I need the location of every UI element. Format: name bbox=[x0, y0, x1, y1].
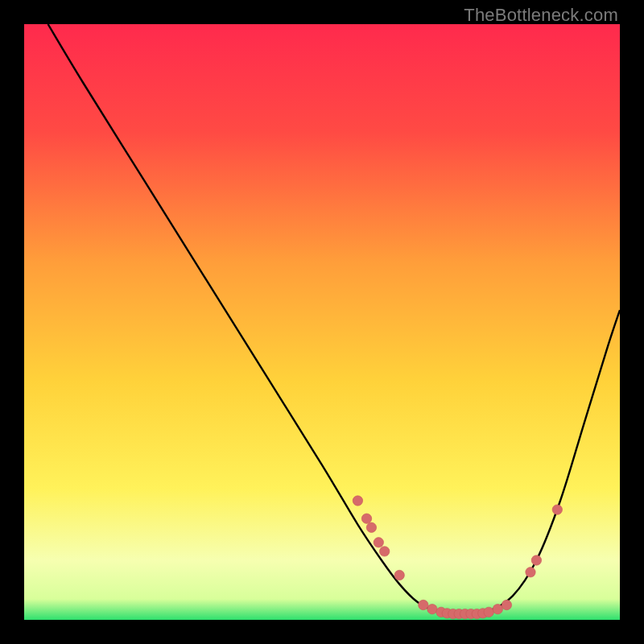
curve-marker bbox=[427, 604, 437, 613]
curve-marker bbox=[502, 600, 511, 609]
chart-stage: TheBottleneck.com bbox=[0, 0, 644, 644]
plot-area bbox=[24, 24, 620, 620]
curve-marker bbox=[374, 538, 383, 547]
curve-marker bbox=[380, 547, 390, 556]
curve-layer bbox=[24, 24, 620, 620]
curve-marker bbox=[526, 568, 535, 577]
curve-marker bbox=[484, 607, 493, 617]
curve-marker bbox=[353, 496, 362, 506]
curve-marker bbox=[366, 522, 376, 532]
curve-marker bbox=[394, 570, 404, 580]
curve-markers bbox=[353, 496, 562, 619]
bottleneck-curve bbox=[48, 24, 620, 614]
curve-marker bbox=[531, 555, 541, 565]
curve-marker bbox=[361, 514, 371, 523]
curve-marker bbox=[552, 505, 562, 514]
curve-marker bbox=[419, 600, 428, 609]
attribution-text: TheBottleneck.com bbox=[464, 5, 618, 26]
curve-marker bbox=[493, 604, 502, 613]
